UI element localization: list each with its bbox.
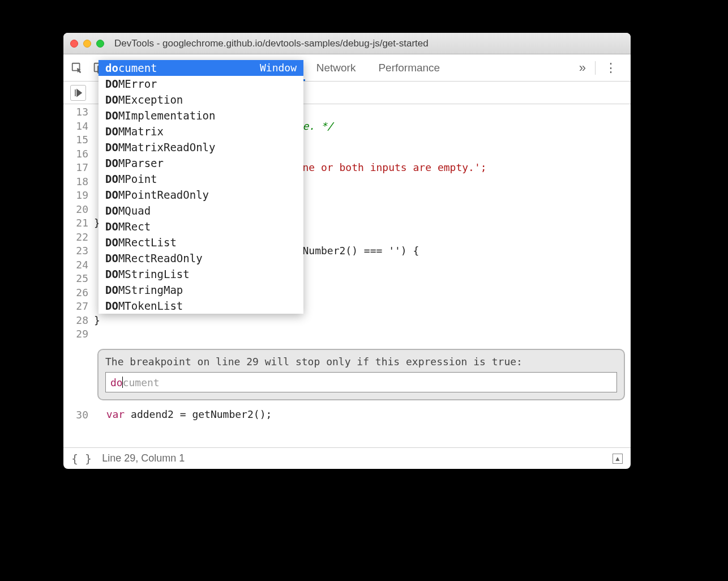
autocomplete-item[interactable]: DOMParser <box>99 155 303 171</box>
autocomplete-item[interactable]: DOMMatrix <box>99 123 303 139</box>
ac-rest: MParser <box>118 157 164 169</box>
titlebar: DevTools - googlechrome.github.io/devtoo… <box>63 33 631 54</box>
autocomplete-item[interactable]: DOMRect <box>99 219 303 234</box>
autocomplete-item[interactable]: DOMTokenList <box>99 298 303 314</box>
code-text: getNumber2() === '') { <box>284 245 419 257</box>
ac-match: DO <box>105 157 118 169</box>
tab-label: Performance <box>378 62 440 74</box>
ac-rest: MMatrix <box>118 125 164 138</box>
ac-rest: cument <box>118 62 157 74</box>
cursor-position: Line 29, Column 1 <box>102 452 185 464</box>
autocomplete-item[interactable]: DOMPointReadOnly <box>99 187 303 203</box>
tab-label: Network <box>316 62 356 74</box>
ac-rest: MRect <box>118 220 151 233</box>
ac-rest: MQuad <box>118 204 151 217</box>
ac-match: DO <box>105 78 118 90</box>
ac-match: DO <box>105 236 118 249</box>
ac-match: DO <box>105 125 118 138</box>
line-number: 14 <box>63 119 88 134</box>
ac-match: DO <box>105 220 118 233</box>
ac-rest: MImplementation <box>118 109 216 122</box>
autocomplete-item[interactable]: DOMError <box>99 76 303 92</box>
autocomplete-item[interactable]: DOMStringMap <box>99 282 303 298</box>
ac-rest: MPoint <box>118 173 157 185</box>
tab-network[interactable]: Network <box>305 54 367 81</box>
ac-match: DO <box>105 204 118 217</box>
tab-performance[interactable]: Performance <box>367 54 451 81</box>
gutter: 13 14 15 16 17 18 19 20 21 22 23 24 25 2… <box>63 104 94 447</box>
ac-rest: MMatrixReadOnly <box>118 141 216 153</box>
line-number: 18 <box>63 175 88 189</box>
autocomplete-item[interactable]: DOMException <box>99 92 303 108</box>
separator <box>595 61 596 75</box>
input-suggestion: cument <box>123 377 160 388</box>
inspect-icon[interactable] <box>70 61 84 75</box>
ac-match: DO <box>105 268 118 280</box>
autocomplete-item[interactable]: DOMStringList <box>99 266 303 282</box>
more-tabs-icon[interactable]: » <box>572 61 593 75</box>
breakpoint-label: The breakpoint on line 29 will stop only… <box>105 356 617 368</box>
ac-rest: MRectList <box>118 236 177 249</box>
maximize-icon[interactable] <box>96 40 104 48</box>
ac-rest: MStringMap <box>118 284 183 296</box>
autocomplete-item[interactable]: DOMRectReadOnly <box>99 250 303 266</box>
ac-match: DO <box>105 252 118 264</box>
ac-rest: MRectReadOnly <box>118 252 203 264</box>
ac-match: DO <box>105 300 118 312</box>
expand-icon[interactable]: ▲ <box>613 454 623 464</box>
ac-match: DO <box>105 141 118 153</box>
close-icon[interactable] <box>70 40 78 48</box>
ac-rest: MStringList <box>118 268 190 280</box>
line-number: 21 <box>63 216 88 230</box>
line-number: 23 <box>63 244 88 258</box>
line-number: 29 <box>63 327 88 341</box>
ac-rest: MException <box>118 93 183 106</box>
line-number: 15 <box>63 133 88 147</box>
ac-type: Window <box>260 62 297 74</box>
ac-rest: MTokenList <box>118 300 183 312</box>
code-text: addend2 <box>125 408 180 420</box>
line-number: 26 <box>63 286 88 300</box>
traffic-lights <box>70 40 104 48</box>
menu-icon[interactable]: ⋮ <box>598 61 624 75</box>
autocomplete-popup: document Window DOMErrorDOMExceptionDOMI… <box>99 60 303 314</box>
autocomplete-item[interactable]: DOMPoint <box>99 171 303 187</box>
line-number: 24 <box>63 258 88 272</box>
line-number: 16 <box>63 147 88 161</box>
ac-match: do <box>105 62 118 74</box>
code-text: : one or both inputs are empty.'; <box>284 161 487 173</box>
line-number: 13 <box>63 105 88 119</box>
code-text: = getNumber2(); <box>180 408 272 420</box>
window-title: DevTools - googlechrome.github.io/devtoo… <box>114 38 429 49</box>
resume-icon[interactable] <box>70 85 86 101</box>
line-number: 27 <box>63 300 88 314</box>
statusbar: { } Line 29, Column 1 ▲ <box>63 447 631 469</box>
ac-rest: MError <box>118 78 157 90</box>
line-number: 22 <box>63 230 88 245</box>
autocomplete-item[interactable]: DOMImplementation <box>99 108 303 123</box>
conditional-breakpoint-box: The breakpoint on line 29 will stop only… <box>97 349 625 400</box>
line-number: 19 <box>63 189 88 203</box>
ac-rest: MPointReadOnly <box>118 189 209 201</box>
format-icon[interactable]: { } <box>71 452 92 465</box>
line-number: 28 <box>63 314 88 328</box>
line-number: 17 <box>63 161 88 175</box>
ac-match: DO <box>105 284 118 296</box>
code-keyword: var <box>106 408 125 420</box>
autocomplete-item[interactable]: document Window <box>99 60 303 76</box>
ac-match: DO <box>105 109 118 122</box>
line-number: 20 <box>63 203 88 217</box>
breakpoint-expression-input[interactable]: document <box>105 372 617 392</box>
input-typed: do <box>110 377 123 388</box>
autocomplete-item[interactable]: DOMRectList <box>99 234 303 250</box>
autocomplete-item[interactable]: DOMQuad <box>99 203 303 219</box>
minimize-icon[interactable] <box>83 40 91 48</box>
line-number: 30 <box>63 408 88 422</box>
line-number: 25 <box>63 272 88 286</box>
ac-match: DO <box>105 189 118 201</box>
autocomplete-item[interactable]: DOMMatrixReadOnly <box>99 139 303 155</box>
ac-match: DO <box>105 93 118 106</box>
ac-match: DO <box>105 173 118 185</box>
